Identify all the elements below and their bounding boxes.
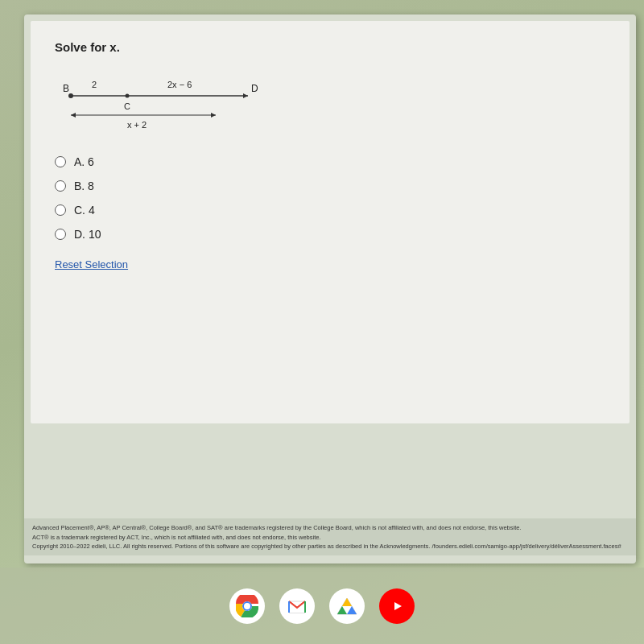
radio-d[interactable] — [55, 229, 66, 240]
content-area: Solve for x. B C D 2 — [31, 21, 630, 423]
option-a-label: A. 6 — [74, 155, 94, 168]
footer-line1: Advanced Placement®, AP®, AP Central®, C… — [32, 523, 628, 532]
chrome-icon-button[interactable] — [229, 588, 265, 624]
svg-marker-1 — [243, 93, 248, 98]
option-c[interactable]: C. 4 — [55, 204, 605, 217]
radio-a[interactable] — [55, 156, 66, 167]
option-c-label: C. 4 — [74, 204, 95, 217]
footer-line2: ACT® is a trademark registered by ACT, I… — [32, 533, 628, 542]
svg-point-15 — [244, 603, 250, 609]
svg-text:C: C — [124, 101, 130, 111]
svg-text:x + 2: x + 2 — [127, 120, 147, 130]
svg-marker-22 — [337, 606, 347, 614]
reset-selection-link[interactable]: Reset Selection — [55, 258, 128, 270]
diagram: B C D 2 2x − 6 x + 2 — [55, 67, 605, 136]
svg-marker-21 — [342, 598, 352, 606]
svg-point-3 — [126, 94, 130, 98]
svg-marker-11 — [211, 113, 216, 118]
options-list: A. 6 B. 8 C. 4 D. 10 — [55, 155, 605, 241]
youtube-icon-button[interactable] — [379, 588, 415, 624]
footer-line3: Copyright 2010–2022 edieli, LLC. All rig… — [32, 542, 628, 551]
svg-text:2x − 6: 2x − 6 — [167, 80, 192, 89]
option-d-label: D. 10 — [74, 228, 101, 241]
footer-area: Advanced Placement®, AP®, AP Central®, C… — [24, 518, 636, 555]
radio-c[interactable] — [55, 204, 66, 216]
svg-marker-23 — [347, 606, 357, 614]
browser-window: Solve for x. B C D 2 — [24, 14, 636, 564]
option-b[interactable]: B. 8 — [55, 180, 605, 192]
option-d[interactable]: D. 10 — [55, 228, 605, 241]
svg-text:D: D — [251, 83, 258, 94]
radio-b[interactable] — [55, 180, 66, 192]
svg-text:B: B — [63, 83, 69, 94]
question-prompt: Solve for x. — [55, 40, 605, 54]
taskbar — [0, 568, 644, 644]
option-a[interactable]: A. 6 — [55, 155, 605, 168]
option-b-label: B. 8 — [74, 180, 94, 192]
gmail-icon-button[interactable] — [279, 588, 315, 624]
screen: Solve for x. B C D 2 — [0, 0, 644, 644]
drive-icon-button[interactable] — [329, 588, 365, 624]
svg-text:2: 2 — [92, 80, 97, 89]
svg-marker-10 — [71, 113, 76, 118]
